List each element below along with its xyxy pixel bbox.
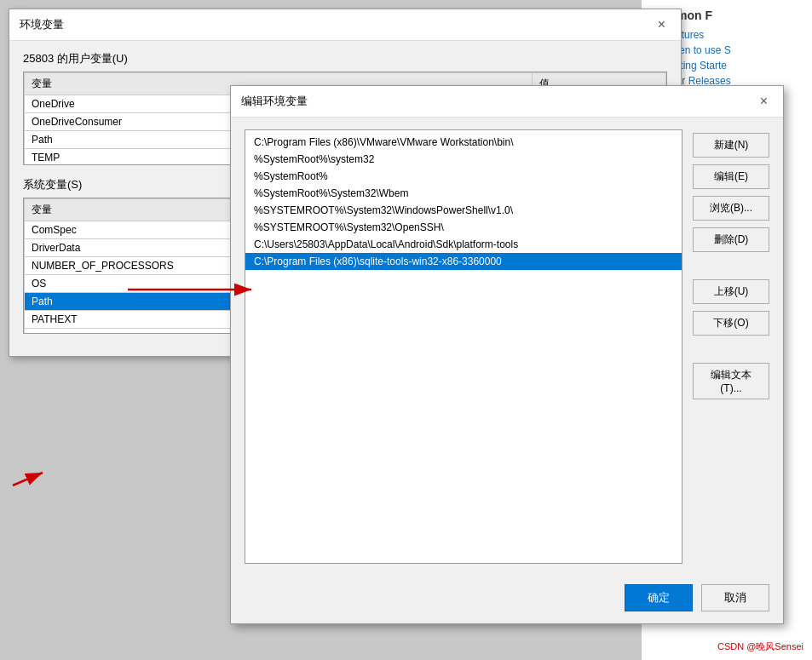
new-button[interactable]: 新建(N) xyxy=(693,133,769,158)
edit-dialog-title: 编辑环境变量 xyxy=(241,94,308,109)
move-up-button[interactable]: 上移(U) xyxy=(693,279,769,304)
list-item[interactable]: %SystemRoot%\System32\Wbem xyxy=(245,185,682,202)
doc-link-getting-started[interactable]: Getting Starte xyxy=(664,60,803,72)
svg-line-3 xyxy=(13,473,43,485)
env-dialog-close[interactable]: × xyxy=(653,16,671,33)
env-dialog-title: 环境变量 xyxy=(20,17,64,32)
user-section-label: 25803 的用户变量(U) xyxy=(23,51,667,66)
list-item[interactable]: %SystemRoot%\system32 xyxy=(245,151,682,168)
cancel-button[interactable]: 取消 xyxy=(701,584,769,611)
list-item[interactable]: C:\Users\25803\AppData\Local\Android\Sdk… xyxy=(245,236,682,253)
list-item[interactable]: %SYSTEMROOT%\System32\OpenSSH\ xyxy=(245,219,682,236)
list-item[interactable]: %SYSTEMROOT%\System32\WindowsPowerShell\… xyxy=(245,202,682,219)
doc-link-when-to-use[interactable]: When to use S xyxy=(664,44,803,56)
path-list-wrapper[interactable]: C:\Program Files (x86)\VMware\VMware Wor… xyxy=(245,129,682,564)
edit-dialog-footer: 确定 取消 xyxy=(231,576,783,623)
move-down-button[interactable]: 下移(O) xyxy=(693,311,769,336)
ok-button[interactable]: 确定 xyxy=(625,584,693,611)
list-item[interactable]: %SystemRoot% xyxy=(245,168,682,185)
doc-link-features[interactable]: Features xyxy=(664,29,803,41)
watermark: CSDN @晚风Sensei xyxy=(717,640,803,653)
edit-text-button[interactable]: 编辑文本(T)... xyxy=(693,363,769,399)
delete-button[interactable]: 删除(D) xyxy=(693,227,769,252)
env-dialog-titlebar: 环境变量 × xyxy=(9,9,681,41)
edit-dialog-body: C:\Program Files (x86)\VMware\VMware Wor… xyxy=(231,118,783,576)
edit-dialog-close[interactable]: × xyxy=(755,93,773,110)
edit-buttons-panel: 新建(N) 编辑(E) 浏览(B)... 删除(D) 上移(U) 下移(O) 编… xyxy=(693,129,769,564)
list-item[interactable]: C:\Program Files (x86)\VMware\VMware Wor… xyxy=(245,134,682,151)
list-item[interactable]: C:\Program Files (x86)\sqlite-tools-win3… xyxy=(245,253,682,270)
red-arrow-1 xyxy=(119,273,264,307)
edit-button[interactable]: 编辑(E) xyxy=(693,164,769,189)
path-list: C:\Program Files (x86)\VMware\VMware Wor… xyxy=(245,130,682,273)
edit-dialog: 编辑环境变量 × C:\Program Files (x86)\VMware\V… xyxy=(230,85,784,624)
edit-dialog-titlebar: 编辑环境变量 × xyxy=(231,86,783,118)
red-arrow-2 xyxy=(9,460,51,494)
browse-button[interactable]: 浏览(B)... xyxy=(693,196,769,221)
